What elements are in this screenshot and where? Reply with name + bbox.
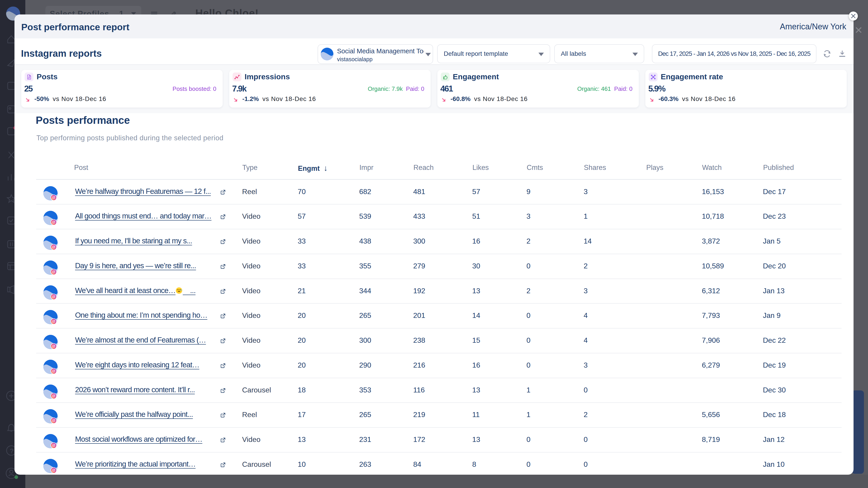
- svg-text:?: ?: [10, 447, 14, 455]
